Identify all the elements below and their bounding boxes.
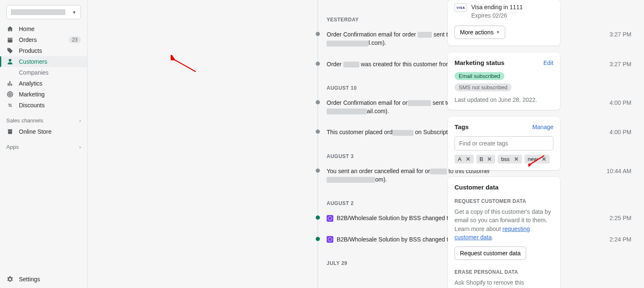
apps-header[interactable]: Apps › <box>0 137 87 153</box>
last-updated: Last updated on June 28, 2022. <box>454 96 553 103</box>
nav-orders[interactable]: Orders 23 <box>0 34 87 45</box>
timeline-dot <box>316 100 320 104</box>
store-selector[interactable]: ▼ <box>6 5 81 19</box>
event-time: 10:44 AM <box>598 167 631 175</box>
gear-icon <box>6 275 14 283</box>
redacted <box>392 130 413 136</box>
event-time: 4:00 PM <box>601 128 631 136</box>
nav-label: Online Store <box>19 128 52 135</box>
chevron-right-icon: › <box>79 144 81 150</box>
remove-tag-icon[interactable]: ✕ <box>512 156 520 162</box>
nav-label: Customers <box>19 58 47 65</box>
event-time: 2:25 PM <box>601 214 631 222</box>
nav-products[interactable]: Products <box>0 45 87 56</box>
nav-analytics[interactable]: Analytics <box>0 78 87 89</box>
nav-customers[interactable]: Customers <box>0 56 87 67</box>
visa-icon: VISA <box>454 3 467 12</box>
marketing-icon <box>6 91 14 98</box>
app-icon <box>327 215 333 222</box>
card-expiry: Expires 02/26 <box>471 12 523 20</box>
nav-label: Orders <box>19 36 37 43</box>
app-icon <box>327 236 333 243</box>
tag-chip: A✕ <box>454 155 474 163</box>
sidebar: ▼ Home Orders 23 Products Customers Comp… <box>0 0 88 288</box>
timeline-dot <box>316 130 320 134</box>
sales-channels-header[interactable]: Sales channels › <box>0 111 87 126</box>
nav-label: Products <box>19 47 42 54</box>
erase-data-desc: Ask Shopify to remove this customer's pe… <box>454 278 553 288</box>
customer-data-card: Customer data REQUEST CUSTOMER DATA Get … <box>448 177 560 288</box>
event-time: 4:00 PM <box>601 99 631 107</box>
edit-link[interactable]: Edit <box>543 60 553 66</box>
orders-icon <box>6 36 14 43</box>
svg-point-2 <box>10 94 10 95</box>
sms-status-pill: SMS not subscribed <box>454 83 512 91</box>
erase-data-header: ERASE PERSONAL DATA <box>454 269 553 275</box>
timeline-dot <box>316 215 320 220</box>
nav-discounts[interactable]: Discounts <box>0 100 87 111</box>
request-data-button[interactable]: Request customer data <box>454 246 526 260</box>
manage-link[interactable]: Manage <box>532 124 553 130</box>
nav-companies[interactable]: Companies <box>0 67 87 78</box>
nav-label: Marketing <box>19 91 44 98</box>
store-icon <box>6 128 14 135</box>
nav-online-store[interactable]: Online Store <box>0 126 87 137</box>
customer-data-title: Customer data <box>454 184 499 191</box>
timeline-dot <box>316 237 320 241</box>
marketing-card: Marketing status Edit Email subscribed S… <box>448 52 560 110</box>
discounts-icon <box>6 102 14 109</box>
nav-label: Analytics <box>19 80 42 87</box>
redacted <box>327 41 369 47</box>
tag-chip: bss✕ <box>498 155 522 163</box>
right-column: VISA Visa ending in 1111 Expires 02/26 M… <box>448 0 560 288</box>
redacted <box>408 100 431 106</box>
nav-marketing[interactable]: Marketing <box>0 89 87 100</box>
timeline-dot <box>316 32 320 36</box>
redacted <box>327 177 375 183</box>
timeline-dot <box>316 62 320 66</box>
timeline-dot <box>316 169 320 173</box>
nav-home[interactable]: Home <box>0 23 87 34</box>
tags-input[interactable] <box>454 136 553 150</box>
nav-settings[interactable]: Settings <box>0 270 87 288</box>
redacted <box>327 109 367 114</box>
svg-line-3 <box>175 60 196 72</box>
marketing-title: Marketing status <box>454 59 504 66</box>
email-status-pill: Email subscribed <box>454 72 504 80</box>
event-time: 3:27 PM <box>601 30 631 39</box>
products-icon <box>6 47 14 54</box>
chevron-right-icon: › <box>79 117 81 124</box>
remove-tag-icon[interactable]: ✕ <box>464 156 472 162</box>
customers-icon <box>6 58 14 65</box>
chevron-down-icon: ▼ <box>72 10 76 15</box>
nav-label: Discounts <box>19 102 44 109</box>
more-actions-button[interactable]: More actions ▼ <box>454 26 505 39</box>
tags-card: Tags Manage A✕ B✕ bss✕ new✕ <box>448 117 560 170</box>
card-text: Visa ending in 1111 <box>471 3 523 12</box>
store-name-placeholder <box>11 9 65 15</box>
redacted <box>430 169 447 174</box>
settings-label: Settings <box>19 276 40 283</box>
request-data-header: REQUEST CUSTOMER DATA <box>454 198 553 204</box>
main-content: YESTERDAY Order Confirmation email for o… <box>88 0 644 288</box>
request-data-desc: Get a copy of this customer's data by em… <box>454 208 553 241</box>
event-time: 2:24 PM <box>601 235 631 244</box>
annotation-arrow <box>171 55 200 76</box>
tags-title: Tags <box>454 123 469 130</box>
analytics-icon <box>6 80 14 87</box>
payment-card: VISA Visa ending in 1111 Expires 02/26 M… <box>448 0 560 46</box>
orders-badge: 23 <box>69 36 81 43</box>
tag-chip: new✕ <box>525 155 550 163</box>
event-time: 3:27 PM <box>601 60 631 68</box>
tag-chip: B✕ <box>476 155 496 163</box>
chevron-down-icon: ▼ <box>496 30 500 34</box>
remove-tag-icon[interactable]: ✕ <box>486 156 493 162</box>
redacted <box>418 32 432 38</box>
nav-label: Home <box>19 26 34 32</box>
home-icon <box>6 26 14 32</box>
redacted <box>343 62 359 67</box>
remove-tag-icon[interactable]: ✕ <box>540 156 548 162</box>
